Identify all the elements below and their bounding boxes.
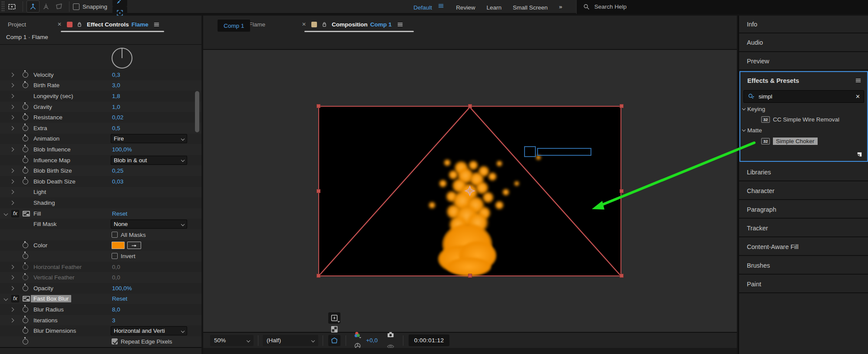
create-preset-icon[interactable] bbox=[855, 150, 864, 158]
panel-tab-info[interactable]: Info bbox=[739, 16, 868, 33]
expand-chevron-icon[interactable] bbox=[10, 169, 14, 173]
stopwatch-icon[interactable] bbox=[23, 253, 28, 259]
stopwatch-icon[interactable] bbox=[23, 285, 28, 291]
panel-tab-preview[interactable]: Preview bbox=[739, 52, 868, 70]
panel-menu-icon[interactable] bbox=[396, 21, 404, 28]
effects-search-box[interactable]: simpl ✕ bbox=[743, 90, 864, 103]
property-value[interactable]: 0,0 bbox=[112, 264, 120, 270]
expand-chevron-icon[interactable] bbox=[10, 190, 14, 194]
stopwatch-icon[interactable] bbox=[23, 147, 28, 152]
axis-mode-local-axis[interactable] bbox=[26, 0, 40, 13]
transform-handle[interactable] bbox=[317, 104, 320, 108]
property-value[interactable]: 100,0% bbox=[112, 146, 132, 153]
clear-search-icon[interactable]: ✕ bbox=[855, 93, 860, 100]
expand-chevron-icon[interactable] bbox=[10, 318, 14, 322]
collapse-chevron-icon[interactable] bbox=[742, 128, 746, 131]
lock-icon[interactable] bbox=[321, 21, 328, 28]
mask-visibility-button[interactable] bbox=[328, 335, 340, 346]
expand-chevron-icon[interactable] bbox=[10, 275, 14, 280]
tool-camera-marquee[interactable] bbox=[5, 0, 19, 13]
eyedropper-button[interactable] bbox=[127, 242, 141, 249]
snapshot-camera-button[interactable] bbox=[385, 329, 397, 341]
effect-item-cc-simple-wire-removal[interactable]: 32CC Simple Wire Removal bbox=[761, 116, 839, 123]
property-value[interactable]: 3 bbox=[112, 317, 116, 324]
panel-tab-paragraph[interactable]: Paragraph bbox=[739, 201, 868, 219]
stopwatch-icon[interactable] bbox=[23, 264, 28, 270]
composition-viewport[interactable] bbox=[203, 49, 737, 332]
property-label[interactable]: Fill bbox=[33, 210, 41, 217]
stopwatch-icon[interactable] bbox=[23, 318, 28, 323]
property-value[interactable]: 0,5 bbox=[112, 125, 120, 131]
resolution-dropdown[interactable]: (Half) bbox=[263, 335, 318, 346]
axis-mode-world-axis[interactable] bbox=[40, 0, 53, 13]
comp-breadcrumb-tab[interactable]: Comp 1 bbox=[218, 20, 250, 32]
current-time-display[interactable]: 0:00:01:12 bbox=[409, 334, 450, 346]
stopwatch-icon[interactable] bbox=[23, 136, 28, 141]
property-value[interactable]: 1,8 bbox=[112, 93, 120, 99]
property-value[interactable]: 0,0 bbox=[112, 274, 120, 281]
workspace-learn[interactable]: Learn bbox=[486, 4, 502, 11]
stopwatch-icon[interactable] bbox=[23, 104, 28, 110]
transform-handle[interactable] bbox=[468, 274, 472, 278]
effects-group-keying[interactable]: Keying bbox=[743, 106, 765, 112]
expand-chevron-icon[interactable] bbox=[10, 126, 14, 130]
transform-handle[interactable] bbox=[317, 274, 320, 278]
property-value[interactable]: 8,0 bbox=[112, 306, 120, 313]
help-search-box[interactable]: Search Help bbox=[576, 0, 868, 14]
transform-handle[interactable] bbox=[468, 104, 472, 108]
expand-chevron-icon[interactable] bbox=[10, 94, 14, 98]
close-icon[interactable]: ✕ bbox=[57, 21, 62, 27]
stopwatch-icon[interactable] bbox=[23, 82, 28, 88]
exposure-value[interactable]: +0,0 bbox=[366, 337, 378, 344]
tab-composition[interactable]: Composition bbox=[332, 21, 368, 28]
close-icon[interactable]: ✕ bbox=[302, 21, 306, 27]
expand-chevron-icon[interactable] bbox=[10, 308, 14, 312]
property-dropdown[interactable]: Blob in & out bbox=[111, 156, 187, 165]
channels-button[interactable] bbox=[351, 329, 363, 341]
panel-menu-icon[interactable] bbox=[855, 77, 862, 84]
property-value[interactable]: 1,0 bbox=[112, 104, 120, 110]
expand-chevron-icon[interactable] bbox=[10, 265, 14, 269]
property-value[interactable]: 100,0% bbox=[112, 285, 132, 292]
transform-handle[interactable] bbox=[620, 104, 624, 108]
workspace-default[interactable]: Default bbox=[413, 4, 432, 11]
expand-chevron-icon[interactable] bbox=[10, 83, 14, 88]
panel-menu-icon[interactable] bbox=[153, 21, 160, 28]
expand-chevron-icon[interactable] bbox=[10, 72, 14, 77]
tab-effect-controls[interactable]: Effect Controls bbox=[87, 21, 129, 28]
fast-preview-button[interactable] bbox=[328, 312, 340, 324]
expand-chevron-icon[interactable] bbox=[10, 179, 14, 184]
property-value[interactable]: 0,03 bbox=[112, 178, 123, 185]
magnification-dropdown[interactable]: 50% bbox=[210, 335, 254, 346]
panel-tab-libraries[interactable]: Libraries bbox=[739, 164, 868, 181]
workspace-overflow-chevrons[interactable]: » bbox=[559, 3, 562, 10]
stopwatch-icon[interactable] bbox=[23, 243, 28, 248]
stopwatch-icon[interactable] bbox=[23, 72, 28, 78]
expand-chevron-icon[interactable] bbox=[10, 148, 14, 152]
tab-effect-controls-target[interactable]: Flame bbox=[132, 21, 149, 28]
direction-dial[interactable] bbox=[109, 46, 135, 69]
stopwatch-icon[interactable] bbox=[23, 157, 28, 163]
property-dropdown[interactable]: Horizontal and Verti bbox=[111, 326, 187, 335]
stopwatch-icon[interactable] bbox=[23, 307, 28, 312]
panel-tab-tracker[interactable]: Tracker bbox=[739, 220, 868, 237]
property-value[interactable]: 3,0 bbox=[112, 82, 120, 88]
stopwatch-icon[interactable] bbox=[23, 168, 28, 174]
collapse-chevron-icon[interactable] bbox=[4, 297, 8, 301]
panel-tab-content-aware-fill[interactable]: Content-Aware Fill bbox=[739, 238, 868, 256]
property-label[interactable]: Fast Box Blur bbox=[31, 295, 71, 302]
transform-handle[interactable] bbox=[620, 189, 624, 193]
transparency-grid-button[interactable] bbox=[328, 324, 340, 335]
workspace-menu-icon[interactable] bbox=[437, 2, 445, 10]
expand-chevron-icon[interactable] bbox=[10, 115, 14, 120]
lock-icon[interactable] bbox=[76, 21, 83, 28]
snap-arrow-button[interactable] bbox=[112, 0, 127, 7]
tab-project[interactable]: Project bbox=[8, 21, 26, 28]
expand-chevron-icon[interactable] bbox=[10, 286, 14, 290]
stopwatch-icon[interactable] bbox=[23, 125, 28, 131]
stopwatch-icon[interactable] bbox=[23, 179, 28, 184]
property-dropdown[interactable]: Fire bbox=[111, 134, 187, 143]
tab-composition-name[interactable]: Comp 1 bbox=[370, 21, 392, 28]
transform-handle[interactable] bbox=[620, 274, 624, 278]
property-value[interactable]: 0,02 bbox=[112, 114, 123, 121]
